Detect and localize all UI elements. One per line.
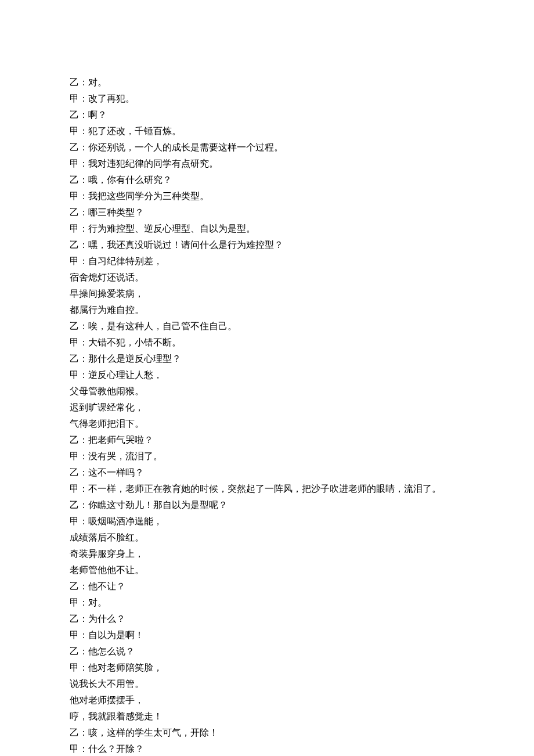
dialogue-line: 乙：唉，是有这种人，自己管不住自己。 (70, 318, 464, 334)
dialogue-line: 乙：那什么是逆反心理型？ (70, 351, 464, 367)
dialogue-line: 甲：没有哭，流泪了。 (70, 448, 464, 465)
dialogue-line: 乙：他怎么说？ (70, 643, 464, 660)
dialogue-line: 哼，我就跟着感觉走！ (70, 708, 464, 725)
dialogue-line: 甲：改了再犯。 (70, 91, 464, 107)
dialogue-line: 他对老师摆摆手， (70, 692, 464, 708)
dialogue-line: 甲：我对违犯纪律的同学有点研究。 (70, 156, 464, 172)
document-body: 乙：对。甲：改了再犯。乙：啊？甲：犯了还改，千锤百炼。乙：你还别说，一个人的成长… (70, 74, 464, 756)
dialogue-line: 老师管他他不让。 (70, 562, 464, 578)
dialogue-line: 甲：不一样，老师正在教育她的时候，突然起了一阵风，把沙子吹进老师的眼睛，流泪了。 (70, 481, 464, 497)
dialogue-line: 乙：哦，你有什么研究？ (70, 172, 464, 188)
dialogue-line: 奇装异服穿身上， (70, 546, 464, 562)
dialogue-line: 甲：大错不犯，小错不断。 (70, 334, 464, 351)
dialogue-line: 甲：逆反心理让人愁， (70, 367, 464, 383)
dialogue-line: 乙：这不一样吗？ (70, 465, 464, 481)
dialogue-line: 迟到旷课经常化， (70, 399, 464, 416)
dialogue-line: 乙：啊？ (70, 107, 464, 123)
dialogue-line: 乙：咳，这样的学生太可气，开除！ (70, 725, 464, 741)
dialogue-line: 说我长大不用管。 (70, 676, 464, 692)
dialogue-line: 甲：行为难控型、逆反心理型、自以为是型。 (70, 221, 464, 237)
dialogue-line: 乙：哪三种类型？ (70, 204, 464, 221)
dialogue-line: 早操间操爱装病， (70, 286, 464, 302)
dialogue-line: 乙：嘿，我还真没听说过！请问什么是行为难控型？ (70, 237, 464, 253)
dialogue-line: 成绩落后不脸红。 (70, 530, 464, 546)
dialogue-line: 乙：对。 (70, 74, 464, 91)
dialogue-line: 父母管教他闹猴。 (70, 383, 464, 399)
dialogue-line: 甲：自以为是啊！ (70, 627, 464, 643)
dialogue-line: 甲：他对老师陪笑脸， (70, 660, 464, 676)
dialogue-line: 乙：你还别说，一个人的成长是需要这样一个过程。 (70, 139, 464, 156)
dialogue-line: 甲：对。 (70, 595, 464, 611)
dialogue-line: 乙：你瞧这寸劲儿！那自以为是型呢？ (70, 497, 464, 513)
dialogue-line: 甲：什么？开除？ (70, 741, 464, 756)
dialogue-line: 甲：吸烟喝酒净逞能， (70, 513, 464, 530)
dialogue-line: 乙：他不让？ (70, 578, 464, 595)
dialogue-line: 乙：为什么？ (70, 611, 464, 627)
dialogue-line: 气得老师把泪下。 (70, 416, 464, 432)
dialogue-line: 甲：我把这些同学分为三种类型。 (70, 188, 464, 204)
dialogue-line: 宿舍熄灯还说话。 (70, 269, 464, 286)
dialogue-line: 甲：自习纪律特别差， (70, 253, 464, 269)
dialogue-line: 乙：把老师气哭啦？ (70, 432, 464, 448)
dialogue-line: 都属行为难自控。 (70, 302, 464, 318)
dialogue-line: 甲：犯了还改，千锤百炼。 (70, 123, 464, 139)
document-page: 乙：对。甲：改了再犯。乙：啊？甲：犯了还改，千锤百炼。乙：你还别说，一个人的成长… (0, 0, 534, 756)
